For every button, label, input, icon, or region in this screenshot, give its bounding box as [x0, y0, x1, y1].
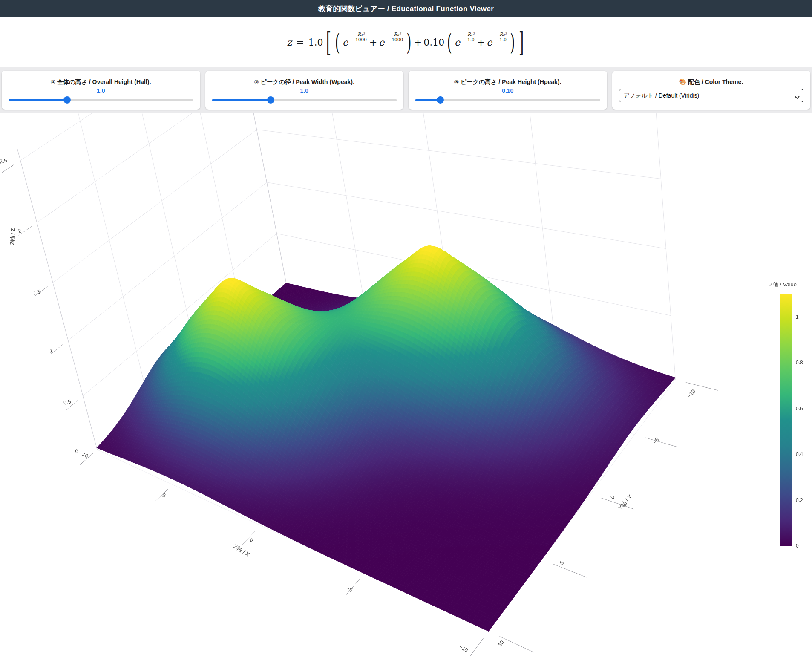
wpeak-value: 1.0: [300, 87, 308, 94]
formula-e4: e: [487, 37, 492, 48]
formula-band: z = 1.0 [ ( e −R₁²1000 + e −R₂²1000 ) + …: [0, 17, 812, 67]
colorbar-tick-label: 1: [796, 314, 799, 320]
colorbar-tick-label: 0.6: [796, 406, 803, 412]
formula-plus-mid: +: [414, 37, 422, 48]
formula-eq: =: [296, 37, 304, 48]
control-card-hpeak: ③ ピークの高さ / Peak Height (Hpeak): 0.10: [409, 71, 607, 110]
wpeak-label: ② ピークの径 / Peak Width (Wpeak):: [254, 78, 355, 86]
formula-rparen2: ): [510, 29, 515, 56]
formula-minus3: −: [462, 34, 466, 40]
formula: z = 1.0 [ ( e −R₁²1000 + e −R₂²1000 ) + …: [287, 35, 525, 50]
formula-t4-num: R₂²: [498, 32, 507, 37]
hpeak-value: 0.10: [502, 87, 513, 94]
control-card-hall: ① 全体の高さ / Overall Height (Hall): 1.0: [2, 71, 200, 110]
formula-coef-inner: 0.10: [423, 37, 444, 48]
hall-value: 1.0: [97, 87, 105, 94]
formula-t2-num: R₂²: [393, 32, 402, 37]
colorbar-tick-label: 0.8: [796, 360, 803, 366]
colorbar-tick-label: 0.4: [796, 451, 803, 457]
wpeak-slider[interactable]: [212, 99, 397, 101]
formula-minus4: −: [494, 34, 498, 40]
formula-lbracket: [: [326, 26, 331, 58]
formula-e2: e: [379, 37, 384, 48]
theme-label: 🎨 配色 / Color Theme:: [679, 78, 743, 86]
formula-lparen: (: [335, 29, 340, 56]
formula-lparen2: (: [447, 29, 452, 56]
formula-e1: e: [343, 37, 348, 48]
formula-t1-num: R₁²: [357, 32, 365, 37]
hall-label: ① 全体の高さ / Overall Height (Hall):: [50, 78, 151, 86]
formula-minus2: −: [386, 34, 390, 40]
3d-surface-plot-area: 1050−5−10−10−5051000.511.522.5X軸 / XY軸 /…: [0, 113, 812, 669]
app-header: 教育的関数ビュアー / Educational Function Viewer: [0, 0, 812, 17]
formula-rbracket: ]: [519, 26, 524, 58]
hpeak-label: ③ ピークの高さ / Peak Height (Hpeak):: [454, 78, 561, 86]
colorbar-title: Z値 / Value: [769, 281, 797, 288]
formula-t3-den: 1.0: [466, 37, 475, 42]
z-axis-title: Z軸 / Z: [9, 228, 17, 245]
color-theme-select[interactable]: デフォルト / Default (Viridis): [619, 89, 804, 102]
formula-e3: e: [455, 37, 460, 48]
hpeak-slider[interactable]: [415, 99, 600, 101]
colorbar: [780, 294, 792, 546]
formula-coef-outer: 1.0: [308, 37, 323, 48]
formula-lhs: z: [287, 37, 292, 48]
formula-plus2: +: [477, 37, 485, 48]
app-title: 教育的関数ビュアー / Educational Function Viewer: [318, 4, 494, 14]
colorbar-tick-label: 0.2: [796, 497, 803, 503]
control-card-wpeak: ② ピークの径 / Peak Width (Wpeak): 1.0: [205, 71, 404, 110]
formula-t3-num: R₁²: [466, 32, 475, 37]
formula-minus1: −: [350, 34, 354, 40]
controls-bar: ① 全体の高さ / Overall Height (Hall): 1.0 ② ピ…: [0, 67, 812, 113]
formula-rparen1: ): [406, 29, 412, 56]
formula-t2-den: 1000: [391, 37, 404, 42]
hall-slider[interactable]: [9, 99, 193, 101]
control-card-theme: 🎨 配色 / Color Theme: デフォルト / Default (Vir…: [612, 71, 811, 110]
colorbar-tick-label: 0: [796, 543, 799, 549]
formula-t4-den: 1.0: [498, 37, 507, 42]
formula-t1-den: 1000: [354, 37, 368, 42]
formula-plus1: +: [369, 37, 377, 48]
